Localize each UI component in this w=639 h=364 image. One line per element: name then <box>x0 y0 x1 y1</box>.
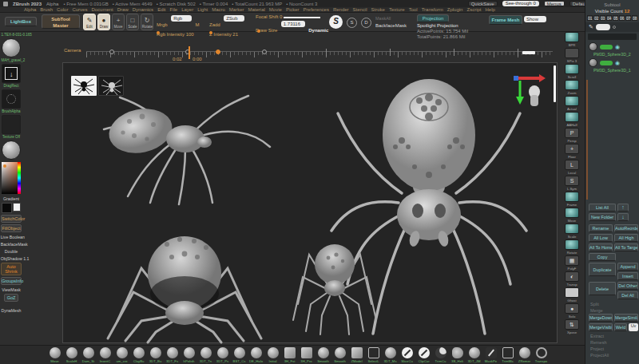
brush-thumbnail-icon[interactable] <box>519 347 530 358</box>
goz-button[interactable]: GoZ <box>4 294 18 302</box>
right-shelf-icon[interactable]: ▦ <box>565 255 579 266</box>
hue-strip[interactable] <box>18 162 21 194</box>
right-shelf-icon[interactable]: S <box>565 176 579 186</box>
frame-mesh-button[interactable]: Frame Mesh <box>489 15 522 25</box>
right-shelf-icon[interactable] <box>565 64 579 74</box>
weld-button[interactable]: Weld <box>614 323 627 331</box>
subtool-visibility-pill[interactable] <box>600 45 613 49</box>
brush-item[interactable]: 3H_Fst <box>281 347 298 363</box>
brush-item[interactable]: SelectL <box>365 347 382 363</box>
lightbox-button[interactable]: LightBox <box>5 17 37 26</box>
right-shelf-icon[interactable]: ⇅ <box>565 319 579 330</box>
live-boolean-toggle[interactable]: Live Boolean <box>1 235 22 239</box>
menu-item[interactable]: Preferences <box>304 7 329 12</box>
projection-button[interactable]: Projection <box>417 14 449 22</box>
right-shelf-item[interactable]: SPix 3 <box>562 48 581 63</box>
insert-button[interactable]: Insert <box>617 272 638 280</box>
mode-button[interactable]: + Move <box>112 14 125 30</box>
subtool-eye-icon[interactable]: ◉ <box>615 60 620 65</box>
right-shelf-item[interactable]: L Local <box>562 160 581 175</box>
right-shelf-item[interactable]: AAHalf <box>562 112 581 127</box>
current-texture-thumbnail[interactable] <box>2 115 21 134</box>
menu-item[interactable]: Curves <box>72 7 87 12</box>
right-shelf-item[interactable]: Move <box>562 208 581 223</box>
rgb-intensity-handle[interactable] <box>157 31 160 34</box>
brush-item[interactable]: Transpo <box>533 347 550 363</box>
rgb-slider[interactable]: Rgb <box>171 15 192 22</box>
brush-item[interactable]: 3B_Heli <box>449 347 466 363</box>
fill-object-button[interactable]: FillObject <box>1 224 22 232</box>
brush-thumbnail-icon[interactable] <box>133 347 145 358</box>
subtool-eye-icon[interactable]: ◉ <box>615 44 620 49</box>
lazy-mouse-s-icon[interactable]: S <box>347 18 357 28</box>
menus-toggle-button[interactable]: Menus <box>544 1 565 6</box>
brush-thumbnail-icon[interactable] <box>368 347 379 358</box>
right-shelf-icon[interactable] <box>565 80 579 90</box>
main-color-swatch[interactable] <box>2 203 12 213</box>
right-shelf-item[interactable]: Actual <box>562 96 581 111</box>
backface-mask-toggle[interactable]: BackfaceMask <box>375 23 407 28</box>
move-down-icon[interactable]: ↓ <box>617 213 629 221</box>
copy-button[interactable]: Copy <box>589 253 616 261</box>
menu-item[interactable]: Draw <box>117 7 129 12</box>
brush-item[interactable]: 3DT_Ps <box>214 347 231 363</box>
keyframe-dot[interactable] <box>109 49 114 54</box>
mode-button[interactable]: ↻ Rotate <box>141 14 153 30</box>
canvas-viewport[interactable] <box>62 62 558 343</box>
all-to-home-button[interactable]: All To Home <box>589 243 613 251</box>
new-folder-button[interactable]: New Folder <box>589 213 616 221</box>
keyframe-dot-active[interactable] <box>216 49 220 54</box>
all-low-button[interactable]: All Low <box>589 234 613 242</box>
brush-item[interactable]: ZModel <box>348 347 365 363</box>
right-shelf-item[interactable]: Ghost <box>562 287 581 303</box>
brush-item[interactable]: TrimMa <box>499 347 516 363</box>
subtool-tab[interactable]: 06 <box>619 15 625 21</box>
menu-item[interactable]: Alpha <box>24 7 36 12</box>
brush-item[interactable]: 3DT_Tn <box>197 347 214 363</box>
right-shelf-icon[interactable] <box>565 287 579 298</box>
right-shelf-item[interactable]: Zoom <box>562 80 581 95</box>
brush-thumbnail-icon[interactable] <box>536 347 547 358</box>
m-label[interactable]: M <box>196 22 200 27</box>
uv-toggle[interactable]: Uv <box>629 323 638 331</box>
right-shelf-icon[interactable] <box>565 239 579 250</box>
active-subtool-row[interactable]: ✎ <box>585 22 639 32</box>
right-shelf-item[interactable]: Rotate <box>562 239 581 255</box>
subtool-name-bar[interactable] <box>588 34 637 40</box>
right-shelf-item[interactable]: + Floor <box>562 144 581 159</box>
right-shelf-icon[interactable]: + <box>565 144 579 154</box>
all-high-button[interactable]: All High <box>614 234 638 242</box>
brush-item[interactable]: 3DT_Fs <box>164 347 181 363</box>
color-picker[interactable] <box>2 162 21 194</box>
subtool-row[interactable]: ◉ PM3D_Sphere3D_1 <box>585 57 639 73</box>
brush-item[interactable]: MaskPe <box>482 347 499 363</box>
all-to-target-button[interactable]: All To Target <box>614 243 638 251</box>
menu-item[interactable]: Texture <box>389 7 405 12</box>
subtool-visibility-pill[interactable] <box>600 61 613 65</box>
brush-thumbnail-icon[interactable] <box>184 347 195 358</box>
current-brush-thumbnail[interactable] <box>2 38 21 57</box>
brush-thumbnail-icon[interactable] <box>200 347 212 358</box>
brush-item[interactable]: ScaleH <box>63 347 80 363</box>
eye-toggle-icon[interactable] <box>613 26 616 29</box>
lazy-mouse-d-icon[interactable]: D <box>361 18 371 28</box>
subtool-tab[interactable]: 08 <box>632 15 637 21</box>
rgb-intensity-slider[interactable]: Rgb Intensity 100 <box>157 32 200 37</box>
brush-item[interactable]: TrimCu <box>432 347 449 363</box>
brush-thumbnail-icon[interactable] <box>150 347 161 358</box>
right-shelf-item[interactable]: BPR <box>562 32 581 47</box>
menu-item[interactable]: Zscript <box>466 7 481 12</box>
brush-thumbnail-icon[interactable] <box>469 347 480 358</box>
subtool-tab[interactable]: 01 <box>587 15 593 21</box>
brush-item[interactable]: Initial <box>264 347 281 363</box>
brush-thumbnail-icon[interactable] <box>284 347 296 358</box>
subtool-tab[interactable]: 04 <box>606 15 612 21</box>
menu-item[interactable]: Material <box>248 7 265 12</box>
right-shelf-item[interactable]: Scroll <box>562 64 581 79</box>
move-up-icon[interactable]: ↑ <box>617 204 629 212</box>
menu-item[interactable]: Help <box>485 7 494 12</box>
brush-thumbnail-icon[interactable] <box>251 347 262 358</box>
timeline-track-label[interactable]: Camera <box>64 48 81 53</box>
mode-button[interactable]: □ Scale <box>126 14 139 30</box>
mode-button[interactable]: ✎ Edit <box>83 14 96 30</box>
